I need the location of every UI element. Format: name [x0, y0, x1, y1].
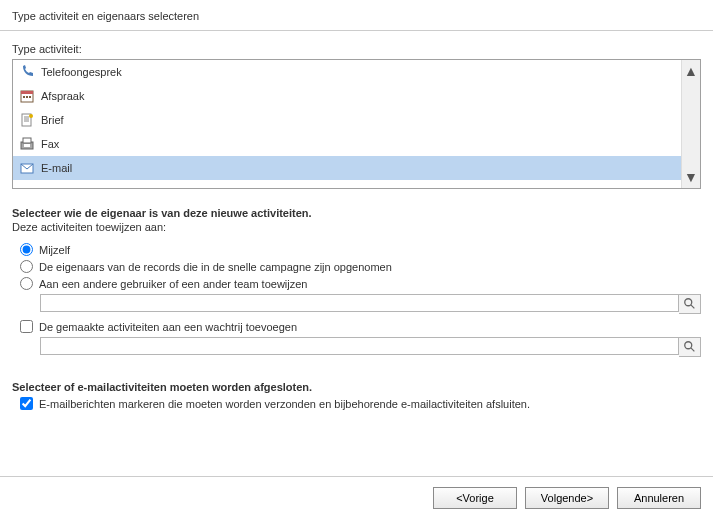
- activity-item-label: Afspraak: [41, 90, 84, 102]
- radio-record-owners[interactable]: [20, 260, 33, 273]
- svg-rect-12: [24, 144, 30, 147]
- lookup-icon: [683, 297, 697, 311]
- cancel-button[interactable]: Annuleren: [617, 487, 701, 509]
- activity-type-label: Type activiteit:: [12, 43, 701, 55]
- svg-rect-2: [23, 96, 25, 98]
- calendar-icon: [19, 88, 35, 104]
- activity-item-fax[interactable]: Fax: [13, 132, 681, 156]
- activity-item-label: Fax: [41, 138, 59, 150]
- owner-heading: Selecteer wie de eigenaar is van deze ni…: [12, 207, 701, 219]
- radio-record-owners-label: De eigenaars van de records die in de sn…: [39, 261, 392, 273]
- other-user-input[interactable]: [40, 294, 679, 312]
- svg-rect-11: [23, 138, 31, 143]
- activity-item-appointment[interactable]: Afspraak: [13, 84, 681, 108]
- content-area: Type activiteit: Telefoongesprek Afspraa…: [0, 31, 713, 426]
- owner-section: Selecteer wie de eigenaar is van deze ni…: [12, 207, 701, 357]
- other-user-lookup-button[interactable]: [679, 294, 701, 314]
- activity-type-list: Telefoongesprek Afspraak Brief: [12, 59, 701, 189]
- queue-checkbox-row[interactable]: De gemaakte activiteiten aan een wachtri…: [20, 320, 701, 333]
- assign-label: Deze activiteiten toewijzen aan:: [12, 221, 701, 233]
- email-close-section: Selecteer of e-mailactiviteiten moeten w…: [12, 381, 701, 410]
- queue-checkbox[interactable]: [20, 320, 33, 333]
- phone-icon: [19, 64, 35, 80]
- lookup-icon: [683, 340, 697, 354]
- scroll-up-icon[interactable]: ▲: [684, 60, 698, 82]
- svg-rect-4: [29, 96, 31, 98]
- email-close-heading: Selecteer of e-mailactiviteiten moeten w…: [12, 381, 701, 393]
- activity-item-label: Brief: [41, 114, 64, 126]
- back-button[interactable]: <Vorige: [433, 487, 517, 509]
- fax-icon: [19, 136, 35, 152]
- mail-icon: [19, 160, 35, 176]
- svg-rect-3: [26, 96, 28, 98]
- queue-checkbox-label: De gemaakte activiteiten aan een wachtri…: [39, 321, 297, 333]
- activity-item-label: Telefoongesprek: [41, 66, 122, 78]
- radio-myself[interactable]: [20, 243, 33, 256]
- svg-rect-1: [21, 91, 33, 94]
- svg-point-16: [684, 342, 691, 349]
- email-close-checkbox-label: E-mailberichten markeren die moeten word…: [39, 398, 530, 410]
- list-scrollbar[interactable]: ▲ ▼: [681, 60, 700, 188]
- email-close-checkbox-row[interactable]: E-mailberichten markeren die moeten word…: [20, 397, 701, 410]
- other-user-lookup: [40, 294, 701, 314]
- svg-point-14: [684, 299, 691, 306]
- page-title: Type activiteit en eigenaars selecteren: [0, 0, 713, 30]
- radio-other-user-row[interactable]: Aan een andere gebruiker of een ander te…: [20, 277, 701, 290]
- queue-lookup: [40, 337, 701, 357]
- scroll-down-icon[interactable]: ▼: [684, 166, 698, 188]
- activity-item-email[interactable]: E-mail: [13, 156, 681, 180]
- activity-item-letter[interactable]: Brief: [13, 108, 681, 132]
- activity-list-inner: Telefoongesprek Afspraak Brief: [13, 60, 681, 188]
- svg-line-15: [690, 305, 694, 309]
- activity-item-label: E-mail: [41, 162, 72, 174]
- wizard-footer: <Vorige Volgende> Annuleren: [0, 476, 713, 519]
- next-button[interactable]: Volgende>: [525, 487, 609, 509]
- svg-line-17: [690, 348, 694, 352]
- radio-other-user-label: Aan een andere gebruiker of een ander te…: [39, 278, 307, 290]
- svg-point-9: [29, 114, 33, 118]
- email-close-checkbox[interactable]: [20, 397, 33, 410]
- radio-myself-label: Mijzelf: [39, 244, 70, 256]
- wizard-window: Type activiteit en eigenaars selecteren …: [0, 0, 713, 519]
- radio-other-user[interactable]: [20, 277, 33, 290]
- activity-item-phone[interactable]: Telefoongesprek: [13, 60, 681, 84]
- queue-lookup-button[interactable]: [679, 337, 701, 357]
- queue-input[interactable]: [40, 337, 679, 355]
- radio-myself-row[interactable]: Mijzelf: [20, 243, 701, 256]
- radio-record-owners-row[interactable]: De eigenaars van de records die in de sn…: [20, 260, 701, 273]
- letter-icon: [19, 112, 35, 128]
